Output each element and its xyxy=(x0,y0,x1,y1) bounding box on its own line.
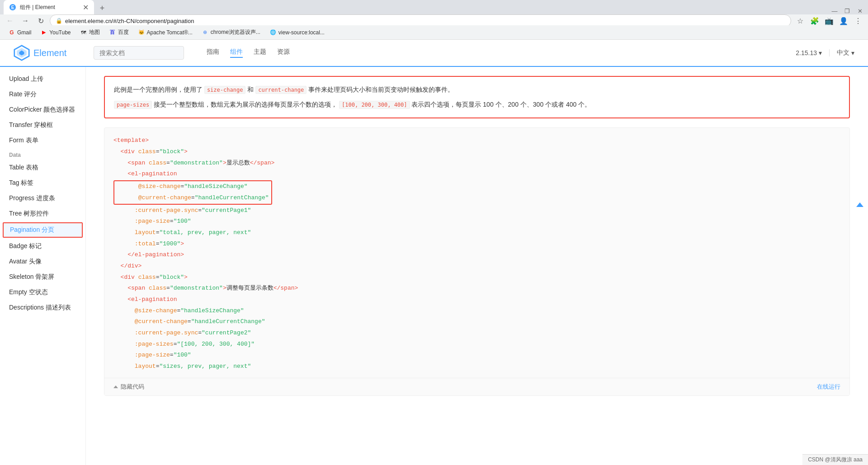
sidebar-item-skeleton[interactable]: Skeleton 骨架屏 xyxy=(0,269,85,285)
element-logo-icon xyxy=(14,45,30,61)
tab-close-button[interactable]: ✕ xyxy=(83,3,89,12)
bookmark-baidu[interactable]: 百 百度 xyxy=(105,28,132,37)
sidebar-item-table[interactable]: Table 表格 xyxy=(0,160,85,175)
url-text: element.eleme.cn/#/zh-CN/component/pagin… xyxy=(65,18,785,24)
nav-theme[interactable]: 主题 xyxy=(254,48,266,58)
bookmark-gmail[interactable]: G Gmail xyxy=(5,28,35,37)
nav-links: 指南 组件 主题 资源 xyxy=(207,48,290,58)
hide-code-label: 隐藏代码 xyxy=(121,383,144,391)
window-controls: — ❐ ✕ xyxy=(830,8,864,14)
new-tab-button[interactable]: + xyxy=(96,2,108,14)
sidebar-item-descriptions[interactable]: Descriptions 描述列表 xyxy=(0,300,85,315)
bookmark-tomcat[interactable]: 🐱 Apache Tomcat®... xyxy=(134,28,196,37)
code-line-16: @size-change="handleSizeChange" xyxy=(113,305,840,317)
site-layout: Element 指南 组件 主题 资源 2.15.13 ▾ 中文 xyxy=(0,40,868,465)
body-layout: Upload 上传 Rate 评分 ColorPicker 颜色选择器 Tran… xyxy=(0,67,868,465)
language-chevron-icon: ▾ xyxy=(851,49,854,56)
chrome-settings-icon: ⊕ xyxy=(202,29,209,36)
code-footer: 隐藏代码 在线运行 xyxy=(104,378,849,395)
code-line-18: :current-page.sync="currentPage2" xyxy=(113,328,840,339)
bottom-bar-text: CSDN @清风微凉 aaa xyxy=(808,456,863,463)
top-header: Element 指南 组件 主题 资源 2.15.13 ▾ 中文 xyxy=(0,40,868,67)
baidu-icon: 百 xyxy=(109,29,116,36)
version-chevron-icon: ▾ xyxy=(819,49,822,56)
code-block: <template> <div class="block"> <span cla… xyxy=(104,127,850,395)
triangle-up-icon xyxy=(113,385,118,388)
code-current-change: current-change xyxy=(255,86,307,94)
view-source-icon: 🌐 xyxy=(269,29,277,36)
scroll-indicator xyxy=(856,202,863,207)
close-button[interactable]: ✕ xyxy=(855,8,864,14)
scroll-up-arrow-icon[interactable] xyxy=(856,202,863,207)
sidebar-item-empty[interactable]: Empty 空状态 xyxy=(0,285,85,300)
nav-resource[interactable]: 资源 xyxy=(277,48,290,58)
code-line-14: <span class="demonstration">调整每页显示条数</sp… xyxy=(113,283,840,294)
code-line-9: layout="total, prev, pager, next" xyxy=(113,227,840,239)
code-line-11: </el-pagination> xyxy=(113,249,840,261)
code-line-3: <span class="demonstration">显示总数</span> xyxy=(113,158,840,169)
tomcat-icon: 🐱 xyxy=(138,29,145,36)
bookmark-maps[interactable]: 🗺 地图 xyxy=(76,28,104,37)
content-wrapper: 此例是一个完整的用例，使用了 size-change 和 current-cha… xyxy=(86,67,868,405)
code-size-change: size-change xyxy=(204,86,245,94)
version-select[interactable]: 2.15.13 ▾ xyxy=(796,49,822,56)
nav-component[interactable]: 组件 xyxy=(230,48,243,58)
sidebar-item-colorpicker[interactable]: ColorPicker 颜色选择器 xyxy=(0,102,85,117)
bookmark-youtube[interactable]: ▶ YouTube xyxy=(37,28,74,37)
code-line-17: @current-change="handleCurrentChange" xyxy=(113,316,840,328)
bookmarks-bar: G Gmail ▶ YouTube 🗺 地图 百 百度 🐱 Apache Tom… xyxy=(0,25,868,40)
bookmark-gmail-label: Gmail xyxy=(17,29,31,36)
description-line-1: 此例是一个完整的用例，使用了 size-change 和 current-cha… xyxy=(114,84,840,95)
bookmark-baidu-label: 百度 xyxy=(118,28,129,36)
search-input[interactable] xyxy=(94,46,184,60)
restore-button[interactable]: ❐ xyxy=(843,8,852,14)
hide-code-button[interactable]: 隐藏代码 xyxy=(113,383,144,391)
description-line-2: page-sizes 接受一个整型数组，数组元素为展示的选择每页显示个数的选项，… xyxy=(114,99,840,110)
code-line-5: @size-change="handleSizeChange" xyxy=(117,181,269,193)
active-tab[interactable]: E 组件 | Element ✕ xyxy=(4,0,94,14)
sidebar-item-tag[interactable]: Tag 标签 xyxy=(0,175,85,191)
sidebar-item-avatar[interactable]: Avatar 头像 xyxy=(0,254,85,269)
minimize-button[interactable]: — xyxy=(830,8,839,14)
bookmark-tomcat-label: Apache Tomcat®... xyxy=(147,29,193,36)
tab-title: 组件 | Element xyxy=(20,4,79,11)
code-line-19: :page-sizes="[100, 200, 300, 400]" xyxy=(113,339,840,350)
code-line-15: <el-pagination xyxy=(113,294,840,305)
browser-chrome: E 组件 | Element ✕ + — ❐ ✕ ← → ↻ 🔒 element… xyxy=(0,0,868,25)
browser-tabs: E 组件 | Element ✕ + — ❐ ✕ xyxy=(0,0,868,14)
maps-icon: 🗺 xyxy=(80,29,87,36)
code-line-7: :current-page.sync="currentPage1" xyxy=(113,205,840,216)
bookmark-view-source-label: view-source:local... xyxy=(278,29,325,36)
version-text: 2.15.13 xyxy=(796,49,817,56)
sidebar-item-badge[interactable]: Badge 标记 xyxy=(0,239,85,254)
code-line-10: :total="1000"> xyxy=(113,239,840,250)
desc-text-4: 接受一个整型数组，数组元素为展示的选择每页显示个数的选项， xyxy=(154,101,337,108)
code-line-1: <template> xyxy=(113,135,840,146)
sidebar-item-tree[interactable]: Tree 树形控件 xyxy=(0,206,85,221)
desc-text-3: 事件来处理页码大小和当前页变动时候触发的事件。 xyxy=(308,86,454,93)
sidebar-category-data: Data xyxy=(0,148,85,160)
code-line-4: <el-pagination xyxy=(113,169,840,180)
run-online-button[interactable]: 在线运行 xyxy=(817,383,840,391)
bookmark-chrome-settings-label: chrome浏览器设声... xyxy=(211,28,260,36)
sidebar-item-progress[interactable]: Progress 进度条 xyxy=(0,191,85,206)
logo-text: Element xyxy=(33,48,66,58)
sidebar-item-form[interactable]: Form 表单 xyxy=(0,133,85,148)
language-select[interactable]: 中文 ▾ xyxy=(837,49,854,57)
bottom-bar: CSDN @清风微凉 aaa xyxy=(802,454,868,465)
code-line-20: :page-size="100" xyxy=(113,350,840,361)
youtube-icon: ▶ xyxy=(40,29,47,36)
code-line-12: </div> xyxy=(113,261,840,272)
code-highlight-box: @size-change="handleSizeChange" @current… xyxy=(113,180,272,204)
bookmark-youtube-label: YouTube xyxy=(49,29,71,36)
sidebar-item-transfer[interactable]: Transfer 穿梭框 xyxy=(0,117,85,133)
bookmark-view-source[interactable]: 🌐 view-source:local... xyxy=(266,28,328,37)
sidebar-item-rate[interactable]: Rate 评分 xyxy=(0,87,85,102)
nav-guide[interactable]: 指南 xyxy=(207,48,219,58)
desc-text-2: 和 xyxy=(247,86,255,93)
main-content: 此例是一个完整的用例，使用了 size-change 和 current-cha… xyxy=(86,67,868,465)
code-line-8: :page-size="100" xyxy=(113,216,840,227)
bookmark-chrome-settings[interactable]: ⊕ chrome浏览器设声... xyxy=(198,28,264,37)
sidebar-item-pagination[interactable]: Pagination 分页 xyxy=(4,223,82,237)
sidebar-item-upload[interactable]: Upload 上传 xyxy=(0,71,85,87)
